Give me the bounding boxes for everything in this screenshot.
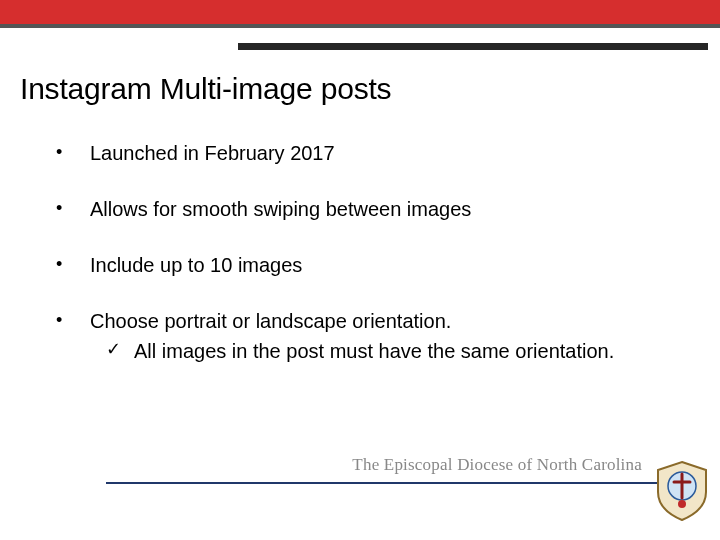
sub-list-item-text: All images in the post must have the sam… [134,338,656,364]
bullet-icon: • [56,196,90,220]
list-item: • Allows for smooth swiping between imag… [56,196,656,222]
bullet-icon: • [56,252,90,276]
slide-title: Instagram Multi-image posts [20,72,391,106]
list-item: • Choose portrait or landscape orientati… [56,308,656,364]
sub-list-item: ✓ All images in the post must have the s… [90,338,656,364]
list-item-text: Launched in February 2017 [90,140,656,166]
svg-point-1 [678,500,686,508]
check-icon: ✓ [106,338,134,361]
header-grey-strip [0,24,720,28]
diocese-seal-icon [656,460,708,522]
list-item-text: Choose portrait or landscape orientation… [90,308,656,364]
bullet-list: • Launched in February 2017 • Allows for… [56,140,656,394]
header-red-bar [0,0,720,24]
list-item: • Include up to 10 images [56,252,656,278]
bullet-icon: • [56,308,90,332]
footer-org-name: The Episcopal Diocese of North Carolina [352,455,642,475]
header-dark-bar [238,43,708,50]
bullet-icon: • [56,140,90,164]
list-item: • Launched in February 2017 [56,140,656,166]
list-item-text: Include up to 10 images [90,252,656,278]
list-item-main: Choose portrait or landscape orientation… [90,310,451,332]
list-item-text: Allows for smooth swiping between images [90,196,656,222]
footer-divider [106,482,706,484]
